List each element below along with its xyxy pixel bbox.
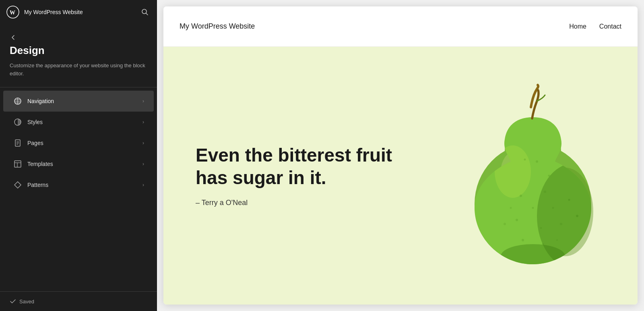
sidebar-content: Design Customize the appearance of your … — [0, 24, 157, 291]
preview-area: My WordPress Website Home Contact Even t… — [157, 0, 644, 311]
svg-point-47 — [510, 207, 512, 209]
svg-point-40 — [560, 223, 562, 225]
website-nav: Home Contact — [569, 23, 621, 30]
hero-quote: Even the bitterest fruit has sugar in it… — [196, 144, 397, 189]
styles-label: Styles — [27, 119, 142, 125]
svg-point-45 — [542, 243, 544, 245]
sidebar: W My WordPress Website Design Customize … — [0, 0, 157, 311]
styles-icon — [13, 117, 23, 127]
site-title: My WordPress Website — [24, 9, 134, 15]
navigation-chevron: › — [142, 98, 144, 104]
patterns-icon — [13, 180, 23, 190]
pages-label: Pages — [27, 140, 142, 146]
search-icon — [141, 8, 149, 16]
sidebar-item-pages[interactable]: Pages › — [3, 133, 154, 153]
design-header: Design Customize the appearance of your … — [0, 31, 157, 84]
svg-point-38 — [516, 219, 518, 221]
patterns-label: Patterns — [27, 182, 142, 188]
nav-link-home[interactable]: Home — [569, 23, 586, 30]
svg-line-3 — [146, 13, 148, 15]
back-button[interactable] — [10, 34, 17, 41]
svg-point-37 — [552, 207, 554, 209]
svg-point-44 — [522, 239, 524, 241]
sidebar-divider — [0, 87, 157, 87]
website-logo: My WordPress Website — [180, 22, 255, 31]
svg-point-46 — [556, 239, 558, 241]
navigation-label: Navigation — [27, 98, 142, 104]
sidebar-top-bar: W My WordPress Website — [0, 0, 157, 24]
svg-text:W: W — [10, 10, 15, 16]
styles-chevron: › — [142, 119, 144, 125]
templates-chevron: › — [142, 161, 144, 167]
patterns-chevron: › — [142, 182, 144, 188]
pages-icon — [13, 138, 23, 148]
svg-point-48 — [504, 223, 506, 225]
saved-label: Saved — [19, 299, 34, 305]
hero-attribution: – Terry a O'Neal — [196, 199, 605, 207]
preview-frame: My WordPress Website Home Contact Even t… — [163, 6, 638, 305]
nav-link-contact[interactable]: Contact — [599, 23, 621, 30]
back-icon — [10, 34, 17, 41]
check-icon — [10, 298, 16, 305]
svg-point-32 — [501, 244, 565, 268]
pages-chevron: › — [142, 140, 144, 146]
sidebar-item-templates[interactable]: Templates › — [3, 153, 154, 174]
sidebar-item-styles[interactable]: Styles › — [3, 112, 154, 133]
hero-section: Even the bitterest fruit has sugar in it… — [163, 47, 638, 305]
website-header: My WordPress Website Home Contact — [163, 6, 638, 47]
svg-point-35 — [532, 207, 534, 209]
svg-rect-12 — [14, 161, 21, 167]
wp-logo: W — [6, 6, 19, 19]
sidebar-item-patterns[interactable]: Patterns › — [3, 174, 154, 195]
search-button[interactable] — [139, 6, 151, 18]
svg-point-50 — [576, 215, 578, 217]
hero-text: Even the bitterest fruit has sugar in it… — [196, 144, 605, 207]
templates-icon — [13, 159, 23, 169]
sidebar-footer: Saved — [0, 291, 157, 311]
design-description: Customize the appearance of your website… — [10, 62, 147, 77]
sidebar-item-navigation[interactable]: Navigation › — [3, 91, 154, 112]
templates-label: Templates — [27, 161, 142, 167]
navigation-icon — [13, 96, 23, 106]
svg-point-39 — [540, 227, 542, 229]
design-title: Design — [10, 44, 147, 57]
